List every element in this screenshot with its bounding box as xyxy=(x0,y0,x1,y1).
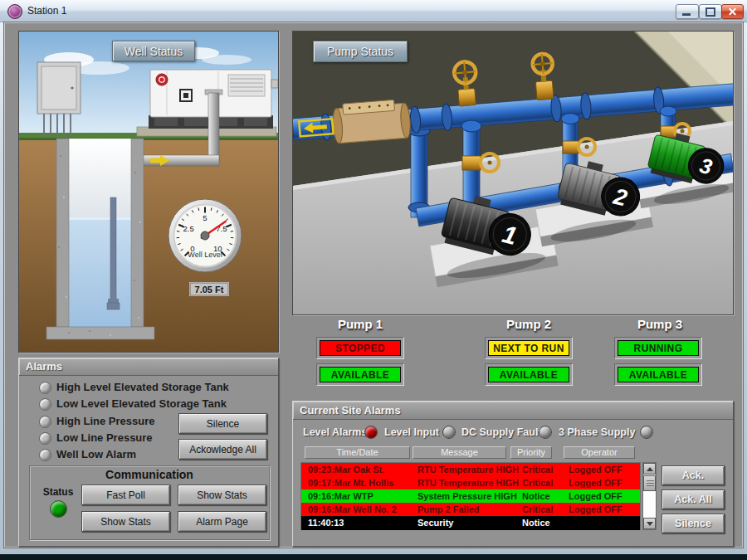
pump-scene-panel: 1 2 3 Pump Status xyxy=(292,31,734,315)
alarm-radio-well-low[interactable] xyxy=(39,449,51,461)
titlebar: Station 1 xyxy=(0,0,747,22)
3-phase-supply-lamp xyxy=(640,426,653,439)
alarm-radio-low-level[interactable] xyxy=(39,398,51,411)
alarm-silence-button[interactable]: Silence xyxy=(662,514,725,533)
alarm-scrollbar[interactable] xyxy=(642,462,657,530)
well-level-readout: 7.05 Ft xyxy=(189,282,229,296)
well-scene-panel: 02.557.510 Well Level 7.05 Ft Well Statu… xyxy=(18,31,279,353)
alarm-row[interactable]: 11:40:13Security Notice xyxy=(301,516,640,530)
pump-3-status: RUNNING xyxy=(618,340,699,356)
desktop-edge xyxy=(0,554,747,560)
pump-3-status-frame: RUNNING xyxy=(614,337,702,359)
alarm-page-button[interactable]: Alarm Page xyxy=(178,511,266,532)
alarm-radio-high-line[interactable] xyxy=(39,416,51,428)
show-stats-button[interactable]: Show Stats xyxy=(178,485,266,505)
column-header-priority[interactable]: Priority xyxy=(510,446,552,459)
pump-3-availability: AVAILABLE xyxy=(618,367,699,382)
alarm-row[interactable]: 09:17:Mar Mt. HollisRTU Temperature HIGH… xyxy=(301,476,640,489)
column-header-operator[interactable]: Operator xyxy=(564,446,635,459)
well-scene-illustration: 02.557.510 Well Level 7.05 Ft xyxy=(19,32,278,352)
pump-1-status-frame: STOPPED xyxy=(316,337,404,359)
pump-3-availability-frame: AVAILABLE xyxy=(614,363,702,386)
scroll-up-icon xyxy=(647,467,653,471)
pump-1-status: STOPPED xyxy=(320,340,401,356)
scroll-thumb[interactable] xyxy=(643,475,656,491)
station-window: Station 1 xyxy=(0,0,747,560)
pump-1-label: Pump 1 xyxy=(310,317,410,331)
ack-button[interactable]: Ack. xyxy=(662,465,725,485)
show-stats-button-2[interactable]: Show Stats xyxy=(81,511,170,532)
well-status-button[interactable]: Well Status xyxy=(112,41,195,61)
comm-status-label: Status xyxy=(35,486,81,498)
alarm-row[interactable]: 09:23:Mar Oak St.RTU Temperature HIGH Cr… xyxy=(301,463,640,476)
svg-text:7.5: 7.5 xyxy=(216,224,227,233)
level-alarms-lamp xyxy=(364,426,378,439)
pump-status-button[interactable]: Pump Status xyxy=(313,41,408,62)
alarms-panel: Alarms High Level Elevated Storage Tank … xyxy=(18,358,279,547)
alarm-radio-low-line[interactable] xyxy=(39,432,51,445)
indicator-label: Level Alarms xyxy=(303,426,367,438)
scroll-down-button[interactable] xyxy=(643,518,656,529)
gauge-label: Well Level xyxy=(188,251,222,259)
scroll-down-icon xyxy=(647,522,653,526)
indicator-label: 3 Phase Supply xyxy=(559,426,635,438)
pump-1-availability-frame: AVAILABLE xyxy=(316,363,404,386)
window-title: Station 1 xyxy=(27,5,66,17)
pump-2-status: NEXT TO RUN xyxy=(488,340,569,356)
alarm-list: 09:23:Mar Oak St.RTU Temperature HIGH Cr… xyxy=(300,462,641,530)
communication-group: Communication Status Fast Poll Show Stat… xyxy=(29,465,270,540)
pump-3-label: Pump 3 xyxy=(610,317,710,331)
maximize-button[interactable] xyxy=(699,4,722,19)
well xyxy=(46,139,154,339)
site-alarms-title: Current Site Alarms xyxy=(293,402,733,420)
fast-poll-button[interactable]: Fast Poll xyxy=(81,485,170,505)
minimize-button[interactable] xyxy=(676,4,699,19)
indicator-label: Level Input xyxy=(384,426,439,438)
generator-logo xyxy=(156,74,168,85)
maximize-icon xyxy=(706,7,715,17)
alarm-item-label: High Line Pressure xyxy=(56,415,154,427)
svg-text:5: 5 xyxy=(203,213,207,222)
pump-scene-illustration: 1 2 3 xyxy=(293,32,733,314)
acknowledge-all-button[interactable]: Ackowledge All xyxy=(178,439,267,460)
close-button[interactable] xyxy=(721,4,744,19)
column-header-time-date[interactable]: Time/Date xyxy=(305,446,410,459)
pump-2-status-frame: NEXT TO RUN xyxy=(485,337,573,359)
silence-button[interactable]: Silence xyxy=(178,413,267,434)
site-alarms-panel: Current Site Alarms Level Alarms Level I… xyxy=(292,401,734,547)
check-valve xyxy=(331,99,411,144)
pump-2-availability: AVAILABLE xyxy=(488,367,569,382)
drop-pipe xyxy=(110,197,116,302)
minimize-icon xyxy=(682,13,691,16)
communication-title: Communication xyxy=(30,468,269,481)
ack-all-button[interactable]: Ack. All xyxy=(662,489,725,509)
column-header-message[interactable]: Message xyxy=(413,446,506,459)
svg-text:2.5: 2.5 xyxy=(183,224,194,233)
dc-supply-fault-lamp xyxy=(539,426,552,439)
pump-1-availability: AVAILABLE xyxy=(320,367,401,382)
well-water xyxy=(69,217,131,327)
scroll-grip-icon xyxy=(647,480,654,487)
alarm-item-label: Well Low Alarm xyxy=(56,448,136,460)
scroll-up-button[interactable] xyxy=(643,463,656,475)
alarm-row[interactable]: 09:16:Mar WTPSystem Pressure HIGH Notice… xyxy=(301,489,640,503)
well-level-value: 7.05 Ft xyxy=(195,285,224,295)
alarms-panel-title: Alarms xyxy=(19,358,278,376)
indicator-label: DC Supply Fault xyxy=(461,426,542,438)
app-icon xyxy=(7,4,22,19)
alarm-item-label: Low Line Pressure xyxy=(56,431,153,444)
well-level-gauge: 02.557.510 Well Level xyxy=(168,199,242,272)
alarm-radio-high-level[interactable] xyxy=(39,382,51,394)
pump-2-label: Pump 2 xyxy=(479,317,579,331)
alarm-item-label: Low Level Elevated Storage Tank xyxy=(56,397,227,410)
pump-2-availability-frame: AVAILABLE xyxy=(485,363,573,386)
alarm-row[interactable]: 09:16:Mar Well No. 2Pump 2 Failed Critic… xyxy=(301,503,640,516)
alarm-item-label: High Level Elevated Storage Tank xyxy=(56,381,229,393)
level-input-lamp xyxy=(442,426,456,439)
comm-status-lamp xyxy=(50,500,67,518)
